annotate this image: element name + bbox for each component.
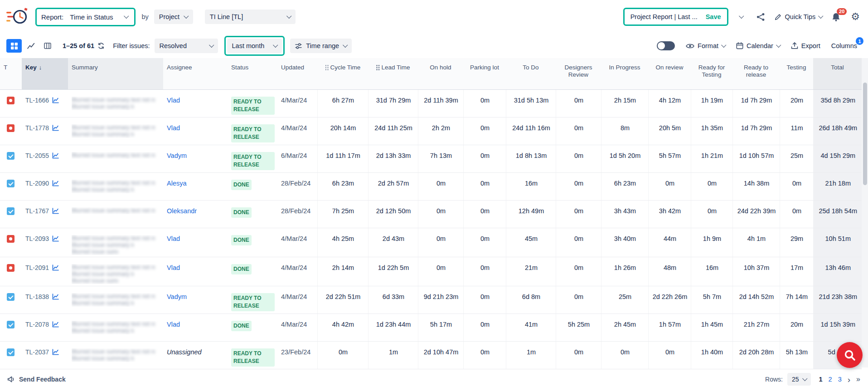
project-select[interactable]: TI Line [TL] xyxy=(205,10,296,24)
period-filter-value: Last month xyxy=(232,42,265,49)
column-header-key[interactable]: Key↓ xyxy=(22,58,68,90)
send-feedback-button[interactable]: Send Feedback xyxy=(7,376,66,383)
column-header-cycle-time[interactable]: Cycle Time xyxy=(317,58,368,90)
assignee-link[interactable]: Vlad xyxy=(167,97,180,104)
column-header-in-progress[interactable]: In Progress xyxy=(601,58,648,90)
issue-key-link[interactable]: TL-2091 xyxy=(25,264,49,271)
chart-view-button[interactable] xyxy=(23,39,39,53)
assignee-link[interactable]: Vlad xyxy=(167,264,180,271)
issue-key-link[interactable]: TL-2037 xyxy=(25,348,49,356)
time-range-label: Time range xyxy=(306,42,339,49)
columns-button[interactable]: Columns 1 xyxy=(831,42,859,49)
time-range-select[interactable]: Time range xyxy=(290,39,352,53)
quick-tips-button[interactable]: Quick Tips xyxy=(774,13,823,21)
issue-key-link[interactable]: TL-1778 xyxy=(25,124,49,132)
issue-chart-icon[interactable] xyxy=(52,265,59,271)
saved-report-dropdown-button[interactable] xyxy=(733,9,749,25)
time-cell-on-review: 4h 12m xyxy=(648,90,691,118)
column-header-testing[interactable]: Testing xyxy=(780,58,813,90)
issue-key-link[interactable]: TL-1767 xyxy=(25,207,49,215)
column-header-on-review[interactable]: On review xyxy=(648,58,691,90)
settings-gear-icon[interactable]: ⚙ xyxy=(851,12,860,22)
column-header-assignee[interactable]: Assignee xyxy=(163,58,228,90)
format-button[interactable]: Format xyxy=(686,42,725,49)
issue-key-link[interactable]: TL-1838 xyxy=(25,293,49,300)
assignee-link[interactable]: Vadym xyxy=(167,293,187,300)
column-header-on-hold[interactable]: On hold xyxy=(418,58,463,90)
column-header-total[interactable]: Total xyxy=(813,58,862,90)
scrollbar-thumb[interactable] xyxy=(863,83,867,185)
column-header-updated[interactable]: Updated xyxy=(277,58,317,90)
updated-date: 4/Mar/24 xyxy=(277,90,317,118)
column-header-ready-for-testing[interactable]: Ready for Testing xyxy=(691,58,732,90)
quick-tips-label: Quick Tips xyxy=(785,13,816,20)
next-page-button[interactable]: › xyxy=(848,375,850,384)
issue-key-link[interactable]: TL-1666 xyxy=(25,97,49,104)
time-cell-to-do: 45m xyxy=(506,228,556,257)
notifications-button[interactable]: 20 xyxy=(831,12,841,22)
page-button-2[interactable]: 2 xyxy=(829,376,832,383)
drag-handle-icon[interactable] xyxy=(325,64,329,70)
column-header-designers-review[interactable]: Designers Review xyxy=(556,58,601,90)
period-filter-select[interactable]: Last month xyxy=(227,39,282,53)
issue-chart-icon[interactable] xyxy=(52,349,59,355)
chevron-down-icon xyxy=(209,42,214,47)
last-page-button[interactable]: » xyxy=(856,376,860,383)
issue-chart-icon[interactable] xyxy=(52,180,59,186)
time-cell-to-do: 16m xyxy=(506,173,556,201)
page-button-3[interactable]: 3 xyxy=(838,376,842,383)
assignee-link[interactable]: Vlad xyxy=(167,124,180,132)
status-filter-select[interactable]: Resolved xyxy=(155,39,218,53)
page-button-1[interactable]: 1 xyxy=(819,376,823,383)
column-header-parking-lot[interactable]: Parking lot xyxy=(463,58,506,90)
issue-chart-icon[interactable] xyxy=(52,294,59,300)
export-button[interactable]: Export xyxy=(791,42,820,49)
time-cell-testing: 25m xyxy=(780,145,813,173)
assignee-link[interactable]: Vlad xyxy=(167,235,180,242)
refresh-button[interactable] xyxy=(97,42,105,49)
save-button[interactable]: Save xyxy=(706,13,721,20)
drag-handle-icon[interactable] xyxy=(376,64,380,70)
rows-per-page-select[interactable]: 25 xyxy=(787,373,811,386)
time-cell-on-hold: 0m xyxy=(418,257,463,286)
assignee-link[interactable]: Alesya xyxy=(167,180,187,187)
refresh-icon xyxy=(97,42,105,49)
column-header-type[interactable]: T xyxy=(0,58,22,90)
issue-chart-icon[interactable] xyxy=(52,208,59,214)
help-widget-button[interactable] xyxy=(837,342,863,368)
issue-key-link[interactable]: TL-2093 xyxy=(25,235,49,242)
column-header-lead-time[interactable]: Lead Time xyxy=(368,58,418,90)
grid-view-button[interactable] xyxy=(6,39,22,53)
time-cell-ready-to-release: 1d 7h 29m xyxy=(732,90,780,118)
issue-chart-icon[interactable] xyxy=(52,97,59,103)
issue-chart-icon[interactable] xyxy=(52,152,59,159)
time-cell-in-progress: 8m xyxy=(601,118,648,145)
issue-chart-icon[interactable] xyxy=(52,235,59,242)
calendar-button[interactable]: Calendar xyxy=(736,42,780,49)
chevron-down-icon xyxy=(184,13,189,18)
saved-report-name[interactable]: Project Report | Last ... xyxy=(630,13,698,20)
column-header-summary[interactable]: Summary xyxy=(68,58,163,90)
column-header-ready-to-release[interactable]: Ready to release xyxy=(732,58,780,90)
vertical-scrollbar[interactable] xyxy=(862,58,868,367)
group-by-select[interactable]: Project xyxy=(154,10,193,24)
bug-icon xyxy=(7,264,15,272)
grid-view-icon xyxy=(11,43,18,49)
issue-key-link[interactable]: TL-2090 xyxy=(25,180,49,187)
assignee-link[interactable]: Vadym xyxy=(167,152,187,159)
assignee-link[interactable]: Vlad xyxy=(167,321,180,328)
assignee-link[interactable]: Oleksandr xyxy=(167,207,197,215)
share-button[interactable] xyxy=(755,11,767,23)
issue-chart-icon[interactable] xyxy=(52,125,59,131)
issue-chart-icon[interactable] xyxy=(52,321,59,328)
column-header-status[interactable]: Status xyxy=(228,58,277,90)
status-badge: DONE xyxy=(231,180,252,190)
column-header-to-do[interactable]: To Do xyxy=(506,58,556,90)
toggle-switch[interactable] xyxy=(657,41,675,50)
report-type-select[interactable]: Time in Status xyxy=(68,11,129,23)
chevron-down-icon xyxy=(273,42,278,47)
board-view-button[interactable] xyxy=(40,39,55,53)
issue-key-link[interactable]: TL-2055 xyxy=(25,152,49,159)
time-cell-cycle-time: 6h 27m xyxy=(317,90,368,118)
issue-key-link[interactable]: TL-2078 xyxy=(25,321,49,328)
